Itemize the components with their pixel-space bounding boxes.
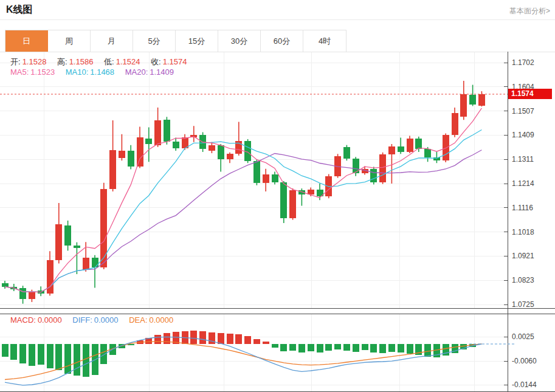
candle-body [29,292,35,299]
macd-hist-bar [289,344,296,351]
y-axis-label: 1.1018 [512,228,534,236]
ma20-value: 1.1409 [150,67,174,77]
candle-body [137,137,143,167]
candle-body [263,174,269,182]
macd-label: MACD: [10,315,36,325]
macd-hist-bar [218,333,224,344]
ma5-value: 1.1523 [30,67,55,77]
macd-hist-bar [2,344,9,357]
candle-body [478,94,485,106]
candle-body [343,147,350,159]
macd-hist-bar [209,332,215,344]
macd-hist-bar [325,344,332,351]
dea-value: 0.0000 [150,315,174,325]
macd-hist-bar [164,333,170,344]
candle-body [173,142,179,148]
y-axis-label: 1.0725 [512,300,534,309]
ma10-value: 1.1468 [90,67,114,77]
macd-hist-bar [343,344,350,351]
macd-hist-bar [263,342,269,344]
macd-hist-bar [235,334,242,344]
candle-body [145,139,152,144]
macd-hist-bar [227,334,233,344]
macd-hist-bar [19,344,26,363]
open-label: 开: [10,57,21,66]
macd-hist-bar [74,344,80,376]
candle-body [119,151,125,158]
macd-hist-bar [10,344,17,360]
candle-body [253,161,260,182]
macd-hist-bar [38,344,44,365]
macd-hist-bar [64,344,71,374]
macd-hist-bar [92,344,98,375]
y-axis-label: 1.1409 [512,131,534,139]
candle-body [19,288,26,299]
macd-value: 0.0000 [38,315,62,325]
kline-page: { "header": { "title": "K线图", "link": "基… [0,0,555,392]
y-axis-label: 1.0921 [512,252,534,260]
candle-body [100,189,107,267]
low-value: 1.1524 [116,57,140,66]
macd-hist-bar [298,344,305,352]
candle-body [289,190,296,218]
close-label: 收: [151,57,161,66]
y-axis-label: 1.1214 [512,179,534,188]
candle-body [109,150,116,189]
current-price-tag: 1.1574 [508,89,552,99]
high-label: 高: [57,57,67,66]
diff-label: DIFF: [72,315,92,325]
ma20-label: MA20: [125,67,148,77]
macd-hist-bar [253,339,260,344]
high-value: 1.1586 [69,57,94,66]
close-value: 1.1574 [163,57,187,66]
y-axis-label: 1.1507 [512,107,534,115]
candle-body [164,120,170,142]
candle-body [128,151,134,167]
y-axis-label: 1.1311 [512,155,534,163]
y-axis-label: 1.0823 [512,276,534,284]
ma5-label: MA5: [10,67,29,77]
candle-body [452,113,458,136]
macd-hist-bar [199,331,206,344]
candle-body [227,154,233,159]
candle-body [218,145,224,160]
ohlc-readout: 开:1.1528 高:1.1586 低:1.1524 收:1.1574 [10,57,188,67]
y-axis-label: 1.1702 [512,58,534,67]
macd-hist-bar [154,335,161,344]
diff-value: 0.0000 [94,315,119,325]
ma10-label: MA10: [66,67,89,77]
candle-body [64,225,71,246]
candle-body [398,146,404,152]
macd-hist-bar [379,344,386,353]
candle-body [209,145,215,151]
macd-hist-bar [83,344,89,377]
candle-body [407,139,413,152]
y-axis-label: 1.1116 [512,204,533,212]
candle-body [460,94,467,117]
candle-body [154,120,161,145]
y-axis-label: -0.0144 [512,380,537,389]
macd-hist-bar [388,344,395,352]
candle-body [55,224,62,261]
y-axis-label: -0.0060 [512,357,537,365]
ma-readout: MA5:1.1523 MA10:1.1468 MA20:1.1409 [10,67,176,77]
macd-hist-bar [100,344,107,364]
macd-hist-bar [334,344,341,349]
macd-hist-bar [362,344,368,350]
macd-hist-bar [424,344,431,357]
candle-body [74,246,80,247]
macd-hist-bar [308,344,314,351]
low-label: 低: [104,57,114,66]
macd-hist-bar [29,344,35,366]
open-value: 1.1528 [22,57,47,66]
candle-body [92,258,98,267]
candle-body [469,95,476,105]
candle-body [83,258,89,270]
candle-body [272,174,278,182]
candle-body [424,149,431,157]
candle-body [379,154,386,182]
macd-hist-bar [317,344,323,352]
candle-body [280,182,287,218]
candle-body [388,146,395,154]
macd-hist-bar [272,344,278,348]
